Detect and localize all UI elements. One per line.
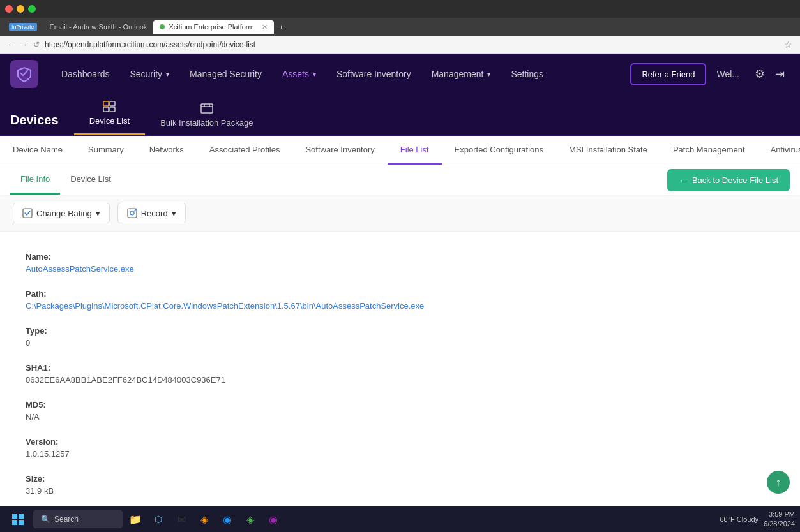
subnav-bulk-installation[interactable]: Bulk Installation Package: [145, 96, 268, 135]
app-logo: [10, 60, 38, 88]
taskbar-search-label: Search: [54, 515, 79, 524]
secondary-tabs-left: File Info Device List: [10, 165, 121, 195]
tab-close-icon[interactable]: ✕: [262, 23, 268, 31]
tab-email-label: Email - Andrew Smith - Outlook: [50, 23, 147, 31]
subnav-device-list-label: Device List: [89, 116, 130, 126]
name-label: Name:: [26, 252, 774, 262]
tab-device-name[interactable]: Device Name: [0, 136, 75, 165]
scroll-to-top-button[interactable]: ↑: [767, 471, 790, 494]
taskbar-app4-icon[interactable]: ◉: [263, 509, 283, 529]
new-tab-btn[interactable]: +: [274, 22, 289, 32]
back-btn[interactable]: ←: [8, 40, 15, 49]
page-title: Devices: [10, 105, 59, 135]
nav-software-inventory[interactable]: Software Inventory: [326, 54, 421, 94]
taskbar-app3-icon[interactable]: ◈: [240, 509, 260, 529]
field-name: Name: AutoAssessPatchService.exe: [26, 252, 774, 274]
device-list-icon: [102, 100, 116, 114]
version-label: Version:: [26, 437, 774, 447]
nav-assets[interactable]: Assets ▾: [272, 54, 326, 94]
tab-msi-state[interactable]: MSI Installation State: [556, 136, 660, 165]
record-icon: [127, 208, 137, 218]
address-url: https://opendr.platform.xcitium.com/asse…: [45, 40, 779, 49]
start-button[interactable]: [5, 509, 31, 529]
tab-summary[interactable]: Summary: [75, 136, 137, 165]
taskbar-edge-icon[interactable]: ⬡: [148, 509, 169, 529]
svg-rect-8: [23, 209, 32, 218]
forward-btn[interactable]: →: [20, 40, 28, 49]
tab-antivirus[interactable]: Antivirus: [758, 136, 800, 165]
taskbar-search[interactable]: 🔍 Search: [33, 510, 123, 528]
tab-xcitium[interactable]: Xcitium Enterprise Platform ✕: [153, 20, 273, 34]
nav-settings[interactable]: Settings: [501, 54, 554, 94]
sha1-label: SHA1:: [26, 363, 774, 373]
tab-active-dot: [160, 24, 165, 29]
md5-label: MD5:: [26, 400, 774, 410]
taskbar-app2-icon[interactable]: ◉: [217, 509, 238, 529]
svg-rect-13: [12, 520, 17, 525]
tab-software-inventory[interactable]: Software Inventory: [292, 136, 387, 165]
browser-chrome: [0, 0, 800, 18]
sha1-value: 0632EE6AA8BB1ABE2FF624BC14D484003C936E71: [26, 375, 774, 385]
inprivate-badge: InPrivate: [9, 23, 37, 31]
sec-tab-file-info[interactable]: File Info: [10, 165, 60, 195]
management-chevron: ▾: [487, 71, 490, 78]
back-to-device-file-list-button[interactable]: ← Back to Device File List: [667, 169, 790, 191]
tab-file-list[interactable]: File List: [388, 136, 442, 165]
svg-rect-12: [19, 514, 24, 519]
size-value: 31.9 kB: [26, 486, 774, 496]
md5-value: N/A: [26, 412, 774, 422]
taskbar-explorer-icon[interactable]: 📁: [125, 509, 146, 529]
field-version: Version: 1.0.15.1257: [26, 437, 774, 459]
nav-security[interactable]: Security ▾: [120, 54, 180, 94]
settings-gear-icon[interactable]: ⚙: [750, 67, 770, 81]
sub-nav: Devices Device List Bulk Installation Pa…: [0, 94, 800, 136]
bookmark-icon[interactable]: ☆: [784, 40, 792, 50]
field-md5: MD5: N/A: [26, 400, 774, 422]
change-rating-icon: [22, 208, 33, 218]
taskbar-search-icon: 🔍: [41, 515, 50, 524]
refer-friend-button[interactable]: Refer a Friend: [630, 63, 706, 85]
taskbar-app1-icon[interactable]: ◈: [194, 509, 215, 529]
svg-rect-4: [201, 104, 213, 113]
taskbar-weather: 60°F Cloudy: [720, 515, 758, 523]
refresh-btn[interactable]: ↺: [33, 40, 40, 49]
taskbar-right: 60°F Cloudy 3:59 PM 6/28/2024: [720, 510, 795, 529]
nav-management[interactable]: Management ▾: [421, 54, 501, 94]
logout-icon[interactable]: ⇥: [770, 67, 790, 81]
tab-exported-configs[interactable]: Exported Configurations: [442, 136, 556, 165]
back-arrow-icon: ←: [679, 175, 687, 185]
svg-rect-0: [103, 101, 109, 106]
tab-email[interactable]: Email - Andrew Smith - Outlook: [43, 20, 154, 33]
sec-tab-device-list[interactable]: Device List: [60, 165, 121, 195]
field-size: Size: 31.9 kB: [26, 474, 774, 496]
browser-tabs: InPrivate Email - Andrew Smith - Outlook…: [0, 18, 800, 36]
nav-welcome[interactable]: Wel...: [706, 54, 750, 94]
taskbar-mail-icon[interactable]: ✉: [171, 509, 192, 529]
name-value: AutoAssessPatchService.exe: [26, 264, 774, 274]
tab-patch-mgmt[interactable]: Patch Management: [660, 136, 758, 165]
tab-inprivate[interactable]: InPrivate: [3, 20, 43, 33]
path-label: Path:: [26, 289, 774, 299]
change-rating-chevron: ▾: [96, 209, 100, 218]
type-label: Type:: [26, 326, 774, 336]
svg-rect-2: [103, 107, 109, 112]
svg-rect-14: [19, 520, 24, 525]
record-button[interactable]: Record ▾: [117, 203, 186, 223]
nav-managed-security[interactable]: Managed Security: [179, 54, 272, 94]
subnav-device-list[interactable]: Device List: [74, 94, 146, 135]
logo-icon: [15, 65, 33, 83]
tab-associated-profiles[interactable]: Associated Profiles: [197, 136, 293, 165]
taskbar: 🔍 Search 📁 ⬡ ✉ ◈ ◉ ◈ ◉ 60°F Cloudy 3:59 …: [0, 506, 800, 532]
tab-networks[interactable]: Networks: [137, 136, 197, 165]
version-value: 1.0.15.1257: [26, 449, 774, 459]
record-chevron: ▾: [172, 209, 176, 218]
main-tabs: Device Name Summary Networks Associated …: [0, 136, 800, 165]
change-rating-button[interactable]: Change Rating ▾: [13, 203, 110, 223]
file-info-content: Name: AutoAssessPatchService.exe Path: C…: [0, 232, 800, 532]
svg-rect-1: [110, 101, 115, 106]
type-value: 0: [26, 338, 774, 348]
nav-dashboards[interactable]: Dashboards: [51, 54, 120, 94]
bulk-installation-icon: [200, 101, 214, 115]
toolbar: Change Rating ▾ Record ▾: [0, 195, 800, 232]
svg-rect-11: [12, 514, 17, 519]
